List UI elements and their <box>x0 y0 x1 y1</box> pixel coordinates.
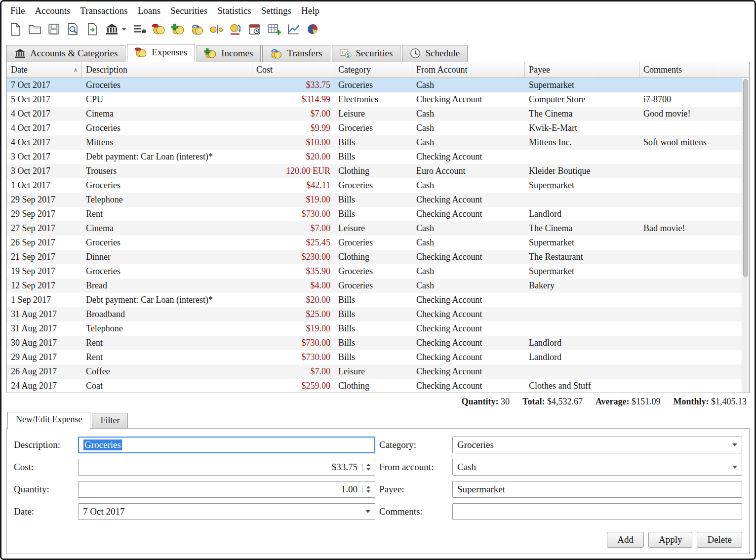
from-account-select[interactable]: Cash <box>452 459 742 476</box>
menu-transactions[interactable]: Transactions <box>75 4 132 17</box>
summary-total: Total: $4,532.67 <box>522 397 583 407</box>
table-header: Date ∧ Description Cost Category From Ac… <box>7 62 749 78</box>
table-row[interactable]: 31 Aug 2017 Telephone $19.00 Bills Check… <box>7 321 742 336</box>
description-input[interactable]: Groceries <box>78 437 375 453</box>
chart-icon[interactable] <box>285 21 301 37</box>
tab-expenses[interactable]: Expenses <box>127 44 195 62</box>
column-header-category[interactable]: Category <box>334 62 412 78</box>
accounts-dropdown-icon[interactable] <box>122 28 126 31</box>
menu-accounts[interactable]: Accounts <box>30 4 76 17</box>
table-row[interactable]: 27 Sep 2017 Cinema $7.00 Leisure Cash Th… <box>7 221 742 236</box>
vertical-scrollbar[interactable] <box>742 79 749 393</box>
table-row[interactable]: 3 Oct 2017 Debt payment: Car Loan (inter… <box>7 150 742 164</box>
table-row[interactable]: 7 Oct 2017 Groceries $33.75 Groceries Ca… <box>7 78 742 92</box>
summary-bar: Quantity: 30 Total: $4,532.67 Average: $… <box>1 393 755 410</box>
print-preview-icon[interactable] <box>65 21 81 37</box>
tab-incomes[interactable]: Incomes <box>197 45 261 62</box>
new-table-icon[interactable] <box>266 21 282 37</box>
summary-quantity: Quantity: 30 <box>462 397 510 407</box>
column-header-cost[interactable]: Cost <box>252 62 334 78</box>
summary-monthly: Monthly: $1,405.13 <box>674 397 747 407</box>
table-row[interactable]: 19 Sep 2017 Groceries $35.90 Groceries C… <box>7 264 742 279</box>
expense-coins-icon <box>135 47 147 58</box>
date-select[interactable]: 7 Oct 2017 <box>78 503 375 520</box>
securities-icon: €$ <box>340 48 352 58</box>
column-header-comments[interactable]: Comments <box>639 62 749 78</box>
table-row[interactable]: 5 Oct 2017 CPU $314.99 Electronics Check… <box>7 92 742 107</box>
table-row[interactable]: 24 Aug 2017 Coat $259.00 Clothing Checki… <box>7 379 742 393</box>
menu-loans[interactable]: Loans <box>133 4 165 17</box>
column-header-from-account[interactable]: From Account <box>412 62 525 78</box>
import-export-icon[interactable] <box>84 21 100 37</box>
toolbar <box>1 18 755 41</box>
expenses-table: Date ∧ Description Cost Category From Ac… <box>6 62 750 393</box>
currency-conversion-icon[interactable] <box>228 21 243 37</box>
split-transaction-icon[interactable] <box>208 21 224 37</box>
categories-list-icon[interactable] <box>131 21 147 37</box>
spinner-arrows-icon[interactable] <box>362 464 370 471</box>
menu-help[interactable]: Help <box>296 4 324 17</box>
cost-label: Cost: <box>14 462 74 473</box>
new-expense-icon[interactable] <box>151 21 166 37</box>
scrollbar-thumb[interactable] <box>743 79 748 277</box>
tab-securities[interactable]: €$ Securities <box>332 45 401 62</box>
menu-securities[interactable]: Securities <box>165 4 212 17</box>
chevron-down-icon <box>732 443 737 446</box>
tab-filter[interactable]: Filter <box>92 413 128 428</box>
transfer-coins-icon <box>270 48 282 59</box>
pie-chart-icon[interactable] <box>305 21 320 37</box>
table-row[interactable]: 1 Sep 2017 Debt payment: Car Loan (inter… <box>7 293 742 307</box>
tab-label: Incomes <box>221 48 253 59</box>
tab-label: Schedule <box>425 48 460 59</box>
quantity-label: Quantity: <box>14 484 74 495</box>
table-row[interactable]: 4 Oct 2017 Mittens $10.00 Bills Cash Mit… <box>7 135 742 150</box>
column-header-payee[interactable]: Payee <box>525 62 639 78</box>
table-row[interactable]: 4 Oct 2017 Groceries $9.99 Groceries Cas… <box>7 121 742 135</box>
schedule-calendar-icon[interactable] <box>247 21 263 37</box>
bank-accounts-icon[interactable] <box>104 21 119 37</box>
payee-input[interactable] <box>452 481 742 498</box>
table-row[interactable]: 4 Oct 2017 Cinema $7.00 Leisure Cash The… <box>7 107 742 121</box>
table-body: 7 Oct 2017 Groceries $33.75 Groceries Ca… <box>7 78 742 393</box>
tab-label: Securities <box>356 48 393 59</box>
quantity-input[interactable]: 1.00 <box>78 481 375 498</box>
table-row[interactable]: 29 Sep 2017 Rent $730.00 Bills Checking … <box>7 207 742 221</box>
tab-new-edit-expense[interactable]: New/Edit Expense <box>7 412 90 429</box>
column-header-description[interactable]: Description <box>82 62 252 78</box>
column-header-date[interactable]: Date ∧ <box>7 62 82 78</box>
new-income-icon[interactable] <box>170 21 186 37</box>
cost-input[interactable]: $33.75 <box>78 459 375 476</box>
tab-accounts-categories[interactable]: Accounts & Categories <box>6 45 125 62</box>
table-row[interactable]: 1 Oct 2017 Groceries $42.11 Groceries Ca… <box>7 178 742 193</box>
save-icon[interactable] <box>46 21 62 37</box>
new-file-icon[interactable] <box>7 21 23 37</box>
menu-statistics[interactable]: Statistics <box>212 4 256 17</box>
add-button[interactable]: Add <box>607 532 644 548</box>
table-row[interactable]: 29 Aug 2017 Rent $730.00 Bills Checking … <box>7 350 742 364</box>
table-row[interactable]: 31 Aug 2017 Broadband $25.00 Bills Check… <box>7 307 742 321</box>
from-account-label: From account: <box>379 462 448 473</box>
comments-input[interactable] <box>452 503 742 520</box>
tab-schedule[interactable]: Schedule <box>402 45 468 62</box>
date-label: Date: <box>14 506 74 517</box>
menu-file[interactable]: File <box>5 4 30 17</box>
app-window: File Accounts Transactions Loans Securit… <box>0 0 756 560</box>
apply-button[interactable]: Apply <box>648 532 693 548</box>
table-row[interactable]: 29 Sep 2017 Telephone $19.00 Bills Check… <box>7 193 742 207</box>
category-label: Category: <box>379 440 448 450</box>
category-select[interactable]: Groceries <box>452 437 742 453</box>
open-folder-icon[interactable] <box>27 21 42 37</box>
table-row[interactable]: 21 Sep 2017 Dinner $230.00 Clothing Chec… <box>7 250 742 264</box>
table-row[interactable]: 30 Aug 2017 Rent $730.00 Bills Checking … <box>7 336 742 350</box>
new-transfer-icon[interactable] <box>189 21 205 37</box>
table-row[interactable]: 12 Sep 2017 Bread $4.00 Groceries Cash B… <box>7 279 742 293</box>
table-row[interactable]: 26 Aug 2017 Coffee $7.00 Leisure Checkin… <box>7 364 742 379</box>
menu-settings[interactable]: Settings <box>256 4 296 17</box>
payee-label: Payee: <box>379 484 448 495</box>
table-row[interactable]: 3 Oct 2017 Trousers 120.00 EUR Clothing … <box>7 164 742 178</box>
table-row[interactable]: 26 Sep 2017 Groceries $25.45 Groceries C… <box>7 236 742 250</box>
tab-transfers[interactable]: Transfers <box>262 45 330 62</box>
spinner-arrows-icon[interactable] <box>362 486 370 493</box>
tab-label: Expenses <box>152 47 187 58</box>
delete-button[interactable]: Delete <box>697 532 742 548</box>
